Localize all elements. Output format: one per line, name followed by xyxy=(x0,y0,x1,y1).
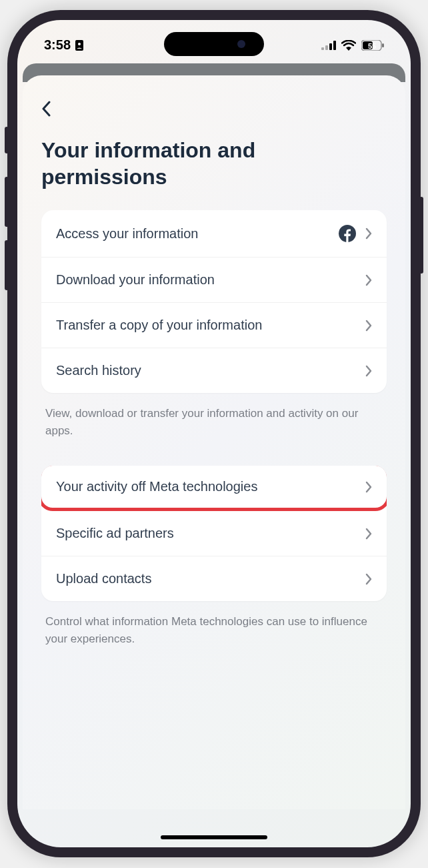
svg-text:55: 55 xyxy=(368,41,376,49)
list-item-search-history[interactable]: Search history xyxy=(41,348,387,393)
list-item-right xyxy=(339,225,372,242)
side-button xyxy=(419,197,423,274)
side-button xyxy=(5,240,9,290)
list-item-label: Upload contacts xyxy=(56,571,151,586)
list-item-download-information[interactable]: Download your information xyxy=(41,258,387,303)
chevron-right-icon xyxy=(365,481,372,493)
side-button xyxy=(5,177,9,227)
phone-screen: 3:58 xyxy=(17,20,411,847)
svg-point-1 xyxy=(78,43,81,45)
chevron-right-icon xyxy=(365,320,372,332)
list-item-label: Specific ad partners xyxy=(56,526,174,541)
list-item-ad-partners[interactable]: Specific ad partners xyxy=(41,511,387,556)
list-item-label: Transfer a copy of your information xyxy=(56,318,262,333)
list-item-label: Search history xyxy=(56,363,141,378)
list-item-label: Access your information xyxy=(56,226,198,242)
chevron-left-icon xyxy=(41,101,51,117)
section-description: View, download or transfer your informat… xyxy=(41,402,387,442)
status-time: 3:58 xyxy=(44,37,71,53)
wifi-icon xyxy=(341,40,356,51)
svg-rect-4 xyxy=(329,43,332,50)
list-item-label: Your activity off Meta technologies xyxy=(56,479,257,494)
svg-rect-2 xyxy=(321,47,324,50)
section-information: Access your information Download your in… xyxy=(41,210,387,393)
section-description: Control what information Meta technologi… xyxy=(41,610,387,650)
back-button[interactable] xyxy=(41,95,51,125)
list-item-label: Download your information xyxy=(56,272,215,288)
content-sheet: Your information and permissions Access … xyxy=(23,75,405,809)
signal-icon xyxy=(321,41,336,50)
chevron-right-icon xyxy=(365,274,372,286)
svg-rect-3 xyxy=(325,45,328,50)
list-item-transfer-copy[interactable]: Transfer a copy of your information xyxy=(41,303,387,348)
list-item-access-information[interactable]: Access your information xyxy=(41,210,387,258)
svg-rect-5 xyxy=(333,41,336,50)
chevron-right-icon xyxy=(365,573,372,585)
svg-rect-8 xyxy=(382,43,384,47)
chevron-right-icon xyxy=(365,528,372,540)
highlight-box: Your activity off Meta technologies xyxy=(41,466,387,511)
list-item-activity-off-meta[interactable]: Your activity off Meta technologies xyxy=(41,466,387,508)
status-right: 55 xyxy=(321,40,384,51)
list-item-upload-contacts[interactable]: Upload contacts xyxy=(41,556,387,601)
chevron-right-icon xyxy=(365,365,372,377)
facebook-icon xyxy=(339,225,356,242)
phone-frame: 3:58 xyxy=(7,10,421,857)
id-card-icon xyxy=(75,39,84,51)
battery-icon: 55 xyxy=(361,40,384,51)
notch xyxy=(164,32,264,56)
page-title: Your information and permissions xyxy=(41,137,387,190)
side-button xyxy=(5,127,9,153)
section-control: Your activity off Meta technologies Spec… xyxy=(41,466,387,601)
status-left: 3:58 xyxy=(44,37,84,53)
chevron-right-icon xyxy=(365,228,372,240)
home-indicator[interactable] xyxy=(161,835,267,839)
